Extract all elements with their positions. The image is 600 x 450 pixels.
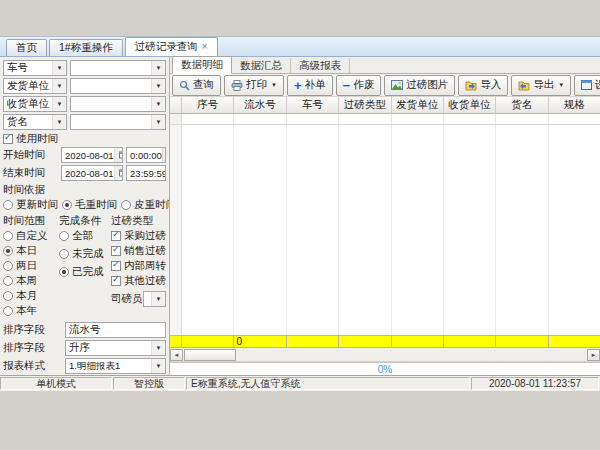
scroll-left-icon[interactable]: ◄ [170, 349, 183, 361]
tab-weighing-operation[interactable]: 1#称重操作 [49, 39, 123, 56]
import-button[interactable]: 导入 [458, 75, 508, 96]
chevron-down-icon: ▼ [151, 61, 165, 75]
use-time-checkbox[interactable]: 使用时间 [3, 132, 166, 145]
radio-icon [3, 291, 13, 301]
tab-data-detail[interactable]: 数据明细 [172, 56, 232, 74]
table-cell [234, 114, 286, 125]
radio-label: 自定义 [16, 229, 48, 243]
calendar-icon [114, 148, 123, 162]
report-style-value: 1.明细报表1 [69, 360, 120, 373]
radio-range-two-days[interactable]: 两日 [3, 259, 59, 273]
spinner-down-icon[interactable]: ▼ [162, 155, 166, 162]
checkbox-sales-weigh[interactable]: 销售过磅 [111, 244, 166, 258]
sort-field-input[interactable]: 流水号 [65, 322, 166, 338]
close-icon[interactable]: × [202, 42, 208, 52]
field-selector-goods[interactable]: 货名 ▼ [3, 114, 67, 130]
field-label: 货名 [7, 115, 28, 129]
tab-weighing-operation-label: 1#称重操作 [59, 41, 113, 55]
tab-data-summary[interactable]: 数据汇总 [232, 58, 291, 73]
toolbar: 查询 打印 ▼ + 补单 − 作废 [170, 74, 600, 97]
grid-column [234, 125, 286, 335]
column-header-seq[interactable]: 序号 [182, 97, 234, 114]
radio-icon [3, 276, 13, 286]
sort-field-value: 流水号 [69, 323, 101, 337]
weigher-combo[interactable]: ▼ [143, 291, 166, 307]
radio-range-custom[interactable]: 自定义 [3, 229, 59, 243]
query-label: 查询 [193, 78, 214, 92]
tab-record-query[interactable]: 过磅记录查询 × [125, 37, 218, 56]
status-bar: 单机模式 智控版 E称重系统,无人值守系统 2020-08-01 11:23:5… [0, 375, 600, 391]
tab-home[interactable]: 首页 [6, 39, 47, 56]
settings-button[interactable]: 设置 [574, 75, 600, 96]
end-time-spinner[interactable]: 23:59:59 ▲ ▼ [126, 165, 166, 181]
radio-update-time[interactable]: 更新时间 [3, 198, 58, 212]
column-header-spec[interactable]: 规格 [549, 97, 600, 114]
grid-column [444, 125, 496, 335]
radio-range-year[interactable]: 本年 [3, 304, 59, 318]
scrollbar-thumb[interactable] [184, 349, 236, 361]
print-label: 打印 [246, 78, 267, 92]
radio-gross-time[interactable]: 毛重时间 [62, 198, 117, 212]
radio-range-today[interactable]: 本日 [3, 244, 59, 258]
receiver-value-combo[interactable]: ▼ [70, 96, 166, 112]
tab-home-label: 首页 [16, 41, 37, 55]
radio-finish-complete[interactable]: 已完成 [59, 265, 111, 279]
grid-column [339, 125, 391, 335]
column-header-vehicle[interactable]: 车号 [287, 97, 339, 114]
plus-icon: + [294, 79, 302, 92]
checkbox-other-weigh[interactable]: 其他过磅 [111, 274, 166, 288]
records-table: 序号 流水号 车号 过磅类型 发货单位 收货单位 货名 规格 [170, 97, 600, 375]
print-button[interactable]: 打印 ▼ [224, 75, 284, 96]
sort-order-label: 排序字段 [3, 341, 65, 355]
tab-record-query-label: 过磅记录查询 [135, 40, 198, 54]
weigh-image-button[interactable]: 过磅图片 [384, 75, 455, 96]
weigher-label: 司磅员 [111, 292, 143, 306]
start-date-picker[interactable]: 2020-08-01 [61, 147, 123, 163]
query-button[interactable]: 查询 [172, 75, 221, 96]
radio-range-month[interactable]: 本月 [3, 289, 59, 303]
image-icon [391, 80, 403, 90]
field-selector-receiver[interactable]: 收货单位 ▼ [3, 96, 67, 112]
goods-value-combo[interactable]: ▼ [70, 114, 166, 130]
column-header-serial[interactable]: 流水号 [234, 97, 286, 114]
field-selector-vehicle[interactable]: 车号 ▼ [3, 60, 67, 76]
radio-label: 本年 [16, 304, 37, 318]
data-panel: 数据明细 数据汇总 高级报表 查询 [170, 57, 600, 375]
radio-finish-all[interactable]: 全部 [59, 229, 111, 243]
summary-cell [549, 336, 600, 347]
checkbox-internal-transfer[interactable]: 内部周转 [111, 259, 166, 273]
chevron-down-icon: ▼ [52, 97, 66, 111]
supplement-order-button[interactable]: + 补单 [287, 75, 333, 96]
column-header-weigh-type[interactable]: 过磅类型 [339, 97, 391, 114]
export-button[interactable]: 导出 ▼ [511, 75, 571, 96]
column-header-shipper[interactable]: 发货单位 [392, 97, 444, 114]
shipper-value-combo[interactable]: ▼ [70, 78, 166, 94]
field-selector-shipper[interactable]: 发货单位 ▼ [3, 78, 67, 94]
horizontal-scrollbar[interactable]: ◄ ► [170, 348, 600, 362]
row-selector-header [170, 97, 182, 114]
report-style-combo[interactable]: 1.明细报表1 ▼ [65, 358, 166, 374]
column-header-goods[interactable]: 货名 [496, 97, 548, 114]
radio-finish-incomplete[interactable]: 未完成 [59, 247, 111, 261]
sort-order-combo[interactable]: 升序 ▼ [65, 340, 166, 356]
table-cell [339, 114, 391, 125]
end-time-value: 23:59:59 [130, 168, 166, 179]
end-date-picker[interactable]: 2020-08-01 [61, 165, 123, 181]
tab-advanced-report[interactable]: 高级报表 [291, 58, 350, 73]
radio-label: 两日 [16, 259, 37, 273]
field-label: 车号 [7, 61, 28, 75]
spinner-up-icon[interactable]: ▲ [162, 148, 166, 155]
vehicle-value-combo[interactable]: ▼ [70, 60, 166, 76]
void-button[interactable]: − 作废 [336, 75, 382, 96]
progress-bar: 0% [170, 362, 600, 375]
chevron-down-icon: ▼ [151, 359, 165, 373]
radio-range-week[interactable]: 本周 [3, 274, 59, 288]
scroll-right-icon[interactable]: ► [587, 349, 600, 361]
start-time-spinner[interactable]: 0:00:00 ▲ ▼ [126, 147, 166, 163]
radio-selected-icon [62, 200, 72, 210]
checkbox-purchase-weigh[interactable]: 采购过磅 [111, 229, 166, 243]
radio-tare-time[interactable]: 皮重时间 [121, 198, 170, 212]
chevron-down-icon: ▼ [558, 82, 564, 88]
column-header-receiver[interactable]: 收货单位 [444, 97, 496, 114]
summary-cell [496, 336, 548, 347]
